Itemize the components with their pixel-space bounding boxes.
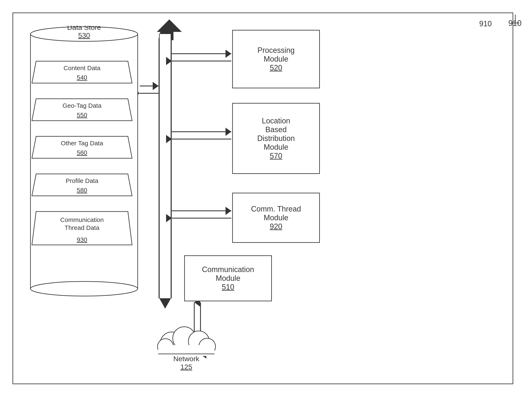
- comm-thread-module-box: Comm. ThreadModule 920: [232, 193, 320, 243]
- svg-marker-11: [159, 298, 171, 309]
- svg-text:550: 550: [77, 111, 87, 118]
- ref-910: 910: [479, 19, 492, 28]
- svg-text:930: 930: [77, 236, 87, 243]
- processing-module-box: ProcessingModule 520: [232, 30, 320, 88]
- svg-text:Other Tag Data: Other Tag Data: [61, 140, 103, 147]
- diagram-container: 910: [13, 13, 513, 384]
- comm-thread-module-label: Comm. ThreadModule: [251, 205, 301, 222]
- svg-rect-7: [159, 34, 171, 298]
- svg-text:Content Data: Content Data: [64, 64, 101, 71]
- network-num: 125: [180, 363, 192, 371]
- network-label: Network125: [151, 355, 222, 371]
- network-container: Network125: [151, 322, 222, 371]
- svg-rect-50: [158, 345, 215, 356]
- location-module-box: LocationBasedDistributionModule 570: [232, 103, 320, 174]
- comm-thread-module-num: 920: [270, 222, 282, 231]
- svg-text:580: 580: [77, 187, 87, 193]
- svg-point-25: [31, 282, 138, 296]
- svg-marker-6: [157, 19, 182, 40]
- svg-text:530: 530: [78, 31, 90, 39]
- svg-text:Profile Data: Profile Data: [66, 177, 98, 184]
- svg-text:540: 540: [77, 74, 87, 81]
- svg-marker-10: [159, 24, 171, 34]
- svg-text:Thread Data: Thread Data: [65, 224, 100, 231]
- comm-module-box: CommunicationModule 510: [184, 255, 272, 301]
- location-module-label: LocationBasedDistributionModule: [257, 116, 295, 152]
- comm-module-num: 510: [222, 283, 234, 291]
- svg-text:560: 560: [77, 149, 87, 156]
- processing-module-num: 520: [270, 64, 282, 72]
- svg-text:Data Store: Data Store: [67, 26, 101, 31]
- comm-module-label: CommunicationModule: [202, 265, 254, 283]
- svg-text:Geo-Tag Data: Geo-Tag Data: [63, 102, 101, 109]
- processing-module-label: ProcessingModule: [257, 46, 295, 64]
- location-module-num: 570: [270, 152, 282, 160]
- svg-text:Communication: Communication: [60, 216, 104, 223]
- cylinder-container: Data Store 530 Content Data 540 Geo-Tag …: [30, 26, 138, 297]
